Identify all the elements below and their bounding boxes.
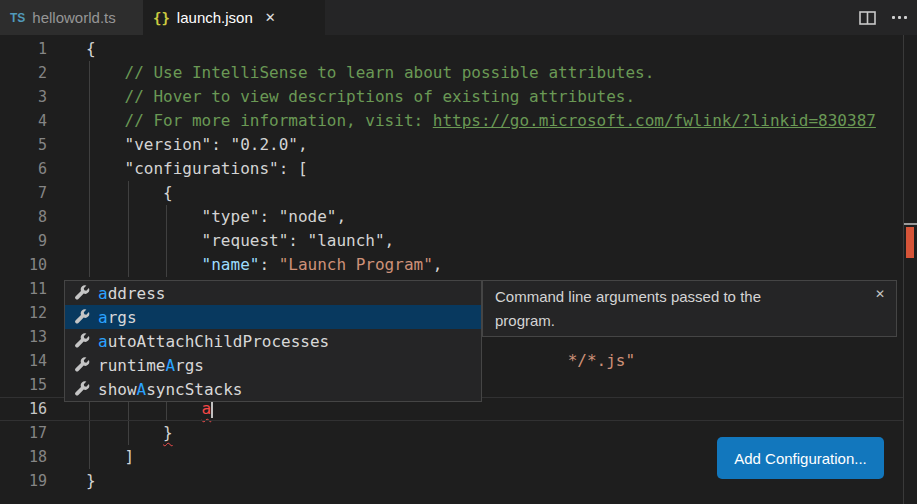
split-editor-icon[interactable]: [859, 11, 876, 25]
close-docs-icon[interactable]: ✕: [875, 287, 885, 301]
suggestion-label: runtimeArgs: [98, 356, 204, 375]
indent-guide: [166, 229, 167, 253]
wrench-icon: [74, 309, 90, 325]
indent-guide: [89, 109, 90, 133]
indent-guide: [128, 229, 129, 253]
line-content: {: [86, 37, 904, 61]
code-editor[interactable]: 1{2 // Use IntelliSense to learn about p…: [0, 35, 917, 504]
line-number: 7: [0, 181, 47, 205]
wrench-icon: [74, 357, 90, 373]
suggestion-showAsyncStacks[interactable]: showAsyncStacks: [65, 377, 481, 401]
code-line-10[interactable]: 10 "name": "Launch Program",: [0, 253, 904, 277]
indent-guide: [128, 181, 129, 205]
suggestion-docs-text: Command line arguments passed to the pro…: [483, 281, 803, 333]
line-content: // Hover to view descriptions of existin…: [86, 85, 904, 109]
tab-helloworld-ts[interactable]: TS helloworld.ts: [0, 0, 143, 35]
suggestion-docs-panel: Command line arguments passed to the pro…: [482, 280, 897, 337]
line-content: "name": "Launch Program",: [86, 253, 904, 277]
indent-guide: [89, 157, 90, 181]
editor-actions: [859, 0, 917, 35]
suggestion-label: address: [98, 284, 165, 303]
code-line-3[interactable]: 3 // Hover to view descriptions of exist…: [0, 85, 904, 109]
json-file-icon: {}: [153, 10, 170, 26]
indent-guide: [89, 181, 90, 205]
indent-guide: [128, 253, 129, 277]
line-number: 6: [0, 157, 47, 181]
suggestion-runtimeArgs[interactable]: runtimeArgs: [65, 353, 481, 377]
suggestion-label: autoAttachChildProcesses: [98, 332, 329, 351]
more-actions-icon[interactable]: [892, 16, 907, 19]
code-line-2[interactable]: 2 // Use IntelliSense to learn about pos…: [0, 61, 904, 85]
tab-label: helloworld.ts: [32, 9, 115, 26]
code-line-9[interactable]: 9 "request": "launch",: [0, 229, 904, 253]
line-content: // For more information, visit: https://…: [86, 109, 904, 133]
line-number: 4: [0, 109, 47, 133]
suggestion-args[interactable]: args: [65, 305, 481, 329]
line-number: 1: [0, 37, 47, 61]
overview-ruler-divider: [903, 35, 904, 504]
intellisense-suggest-widget: address args autoAttachChildProcesses ru…: [64, 280, 482, 402]
indent-guide: [89, 445, 90, 469]
indent-guide: [89, 205, 90, 229]
tab-launch-json[interactable]: {} launch.json ✕: [143, 0, 325, 35]
code-line-4[interactable]: 4 // For more information, visit: https:…: [0, 109, 904, 133]
code-line-8[interactable]: 8 "type": "node",: [0, 205, 904, 229]
line-number: 5: [0, 133, 47, 157]
indent-guide: [89, 421, 90, 445]
code-line-1[interactable]: 1{: [0, 37, 904, 61]
line-content: {: [86, 181, 904, 205]
code-line-5[interactable]: 5 "version": "0.2.0",: [0, 133, 904, 157]
line-content: // Use IntelliSense to learn about possi…: [86, 61, 904, 85]
overview-error-marker: [906, 227, 914, 258]
vscode-editor-window: TS helloworld.ts {} launch.json ✕ 1{2 //…: [0, 0, 917, 504]
wrench-icon: [74, 333, 90, 349]
line-number: 9: [0, 229, 47, 253]
line-number: 17: [0, 421, 47, 445]
line-content: "request": "launch",: [86, 229, 904, 253]
line-number: 19: [0, 469, 47, 493]
indent-guide: [89, 61, 90, 85]
add-configuration-button[interactable]: Add Configuration...: [717, 437, 884, 479]
indent-guide: [128, 421, 129, 445]
indent-guide: [166, 205, 167, 229]
line-number: 8: [0, 205, 47, 229]
line-number: 3: [0, 85, 47, 109]
line-number: 10: [0, 253, 47, 277]
scrollbar-slider-edge[interactable]: [904, 223, 917, 225]
typescript-file-icon: TS: [10, 11, 25, 25]
indent-guide: [166, 253, 167, 277]
line-number: 15: [0, 373, 47, 397]
indent-guide: [89, 133, 90, 157]
line-number: 18: [0, 445, 47, 469]
tab-bar: TS helloworld.ts {} launch.json ✕: [0, 0, 917, 35]
wrench-icon: [74, 285, 90, 301]
suggestion-address[interactable]: address: [65, 281, 481, 305]
code-line-6[interactable]: 6 "configurations": [: [0, 157, 904, 181]
suggestion-label: args: [98, 308, 137, 327]
suggestion-autoAttachChildProcesses[interactable]: autoAttachChildProcesses: [65, 329, 481, 353]
indent-guide: [128, 205, 129, 229]
code-line-7[interactable]: 7 {: [0, 181, 904, 205]
line-content: "configurations": [: [86, 157, 904, 181]
line-content: "version": "0.2.0",: [86, 133, 904, 157]
indent-guide: [89, 85, 90, 109]
line-number: 2: [0, 61, 47, 85]
indent-guide: [89, 253, 90, 277]
line-number: 11: [0, 277, 47, 301]
line-content: "type": "node",: [86, 205, 904, 229]
line-number: 12: [0, 301, 47, 325]
close-tab-icon[interactable]: ✕: [265, 10, 276, 25]
line-number: 16: [0, 397, 47, 421]
wrench-icon: [74, 381, 90, 397]
indent-guide: [89, 229, 90, 253]
line-number: 13: [0, 325, 47, 349]
suggestion-label: showAsyncStacks: [98, 380, 243, 399]
line-number: 14: [0, 349, 47, 373]
code-lines: 1{2 // Use IntelliSense to learn about p…: [0, 37, 904, 493]
tab-label: launch.json: [177, 9, 253, 26]
